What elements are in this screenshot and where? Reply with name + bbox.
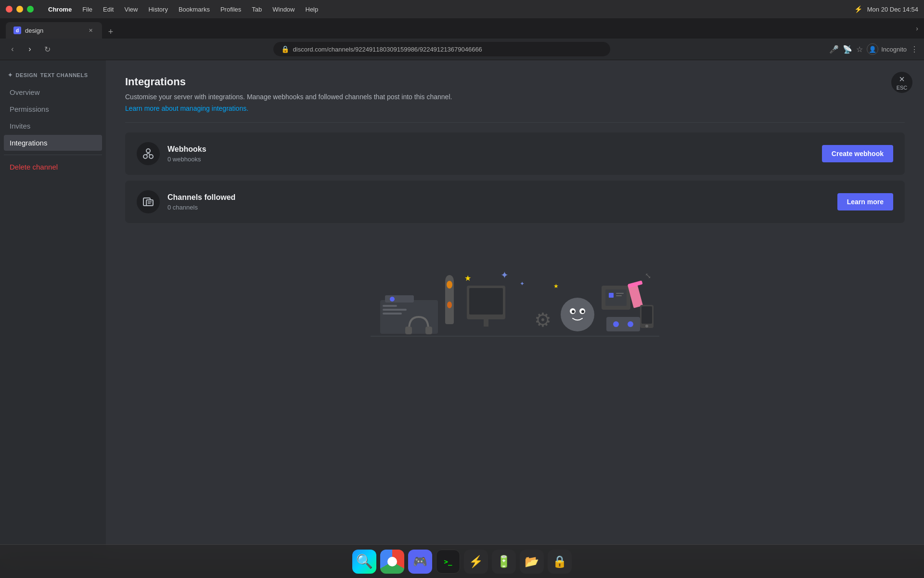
tab-close-button[interactable]: ✕ (87, 26, 94, 34)
incognito-icon: 👤 (867, 43, 878, 55)
address-bar: ‹ › ↻ 🔒 discord.com/channels/92249118030… (0, 39, 924, 60)
tab-favicon: d (13, 26, 21, 34)
svg-rect-10 (385, 295, 414, 302)
dock-item-chrome[interactable] (380, 550, 404, 574)
svg-point-41 (628, 321, 633, 327)
create-webhook-button[interactable]: Create webhook (822, 145, 893, 162)
url-bar[interactable]: 🔒 discord.com/channels/92249118030915998… (273, 42, 610, 56)
dock-item-app4[interactable]: 🔒 (548, 550, 572, 574)
dock-item-app1[interactable]: ⚡ (464, 550, 488, 574)
cast-icon[interactable]: 📡 (843, 45, 852, 54)
learn-more-link[interactable]: Learn more about managing integrations. (125, 105, 248, 112)
svg-rect-14 (383, 313, 402, 315)
main-content: ✦ DESIGN TEXT CHANNELS Overview Permissi… (0, 60, 924, 559)
svg-rect-35 (605, 289, 627, 306)
menu-bookmarks[interactable]: Bookmarks (174, 4, 215, 15)
sidebar-label-delete: Delete channel (10, 163, 58, 171)
sidebar-item-delete-channel[interactable]: Delete channel (4, 159, 102, 175)
webhook-icon (137, 142, 160, 165)
sidebar-channel-type: TEXT CHANNELS (40, 72, 88, 78)
mic-icon[interactable]: 🎤 (829, 45, 839, 54)
menu-tab[interactable]: Tab (247, 4, 267, 15)
svg-text:✦: ✦ (500, 270, 509, 280)
svg-text:★: ★ (553, 283, 559, 289)
menu-help[interactable]: Help (301, 4, 323, 15)
svg-rect-39 (606, 317, 640, 331)
close-icon: × (899, 74, 905, 84)
menu-view[interactable]: View (119, 4, 142, 15)
menu-profiles[interactable]: Profiles (216, 4, 246, 15)
svg-text:⚙: ⚙ (534, 309, 552, 330)
svg-point-32 (572, 310, 575, 313)
channels-followed-count: 0 channels (167, 204, 830, 211)
back-button[interactable]: ‹ (6, 42, 19, 56)
sidebar-header: ✦ DESIGN TEXT CHANNELS (4, 68, 102, 84)
sidebar-item-permissions[interactable]: Permissions (4, 101, 102, 117)
svg-text:⤡: ⤡ (645, 272, 651, 280)
page-description: Customise your server with integrations.… (125, 92, 905, 102)
lock-icon: 🔒 (281, 45, 289, 53)
forward-button[interactable]: › (23, 42, 37, 56)
menu-window[interactable]: Window (268, 4, 299, 15)
menu-chrome[interactable]: Chrome (43, 4, 77, 15)
menu-icon[interactable]: ⋮ (911, 45, 918, 54)
dock-item-discord[interactable]: 🎮 (408, 550, 432, 574)
section-divider (125, 122, 905, 123)
svg-point-2 (146, 149, 150, 153)
webhook-count: 0 webhooks (167, 156, 814, 163)
svg-point-11 (390, 297, 395, 302)
illustration-area: ★ ★ ✦ ✦ ⚙ (125, 242, 905, 339)
svg-text:★: ★ (464, 274, 471, 282)
new-tab-button[interactable]: + (104, 25, 117, 39)
dock-item-app3[interactable]: 📂 (520, 550, 544, 574)
svg-rect-27 (484, 319, 488, 327)
incognito-badge: 👤 Incognito (867, 43, 907, 55)
svg-point-17 (447, 281, 452, 289)
channels-followed-card: Channels followed 0 channels Learn more (125, 181, 905, 223)
svg-line-4 (148, 153, 150, 155)
svg-rect-19 (405, 327, 412, 334)
svg-rect-12 (383, 305, 397, 307)
sidebar-label-overview: Overview (10, 88, 40, 96)
channels-followed-info: Channels followed 0 channels (167, 193, 830, 211)
svg-rect-36 (609, 293, 614, 298)
sidebar-item-overview[interactable]: Overview (4, 84, 102, 100)
sidebar: ✦ DESIGN TEXT CHANNELS Overview Permissi… (0, 60, 106, 559)
tab-bar: d design ✕ + › (0, 18, 924, 39)
sidebar-label-permissions: Permissions (10, 105, 49, 113)
dock-item-app2[interactable]: 🔋 (492, 550, 516, 574)
mac-titlebar: Chrome File Edit View History Bookmarks … (0, 0, 924, 18)
channels-followed-icon (137, 190, 160, 213)
learn-more-button[interactable]: Learn more (837, 193, 893, 210)
svg-point-29 (561, 298, 594, 331)
page-title: Integrations (125, 76, 905, 88)
webhook-info: Webhooks 0 webhooks (167, 145, 814, 163)
svg-rect-37 (616, 293, 624, 294)
dock-item-terminal[interactable]: >_ (436, 550, 460, 574)
webhooks-card: Webhooks 0 webhooks Create webhook (125, 132, 905, 175)
dock-item-finder[interactable]: 🔍 (352, 550, 376, 574)
active-tab[interactable]: d design ✕ (6, 22, 102, 39)
webhook-name: Webhooks (167, 145, 814, 154)
mac-menu: Chrome File Edit View History Bookmarks … (43, 4, 323, 15)
menu-file[interactable]: File (77, 4, 97, 15)
close-button[interactable]: × ESC (891, 72, 912, 93)
sidebar-label-integrations: Integrations (10, 139, 47, 147)
tab-title: design (25, 27, 83, 34)
close-traffic-light[interactable] (6, 6, 13, 13)
svg-rect-26 (469, 288, 503, 315)
menu-history[interactable]: History (143, 4, 172, 15)
svg-rect-13 (383, 309, 407, 311)
svg-point-46 (645, 325, 648, 328)
sidebar-item-integrations[interactable]: Integrations (4, 135, 102, 151)
sidebar-item-invites[interactable]: Invites (4, 118, 102, 134)
menu-edit[interactable]: Edit (98, 4, 118, 15)
sidebar-divider (4, 155, 102, 155)
svg-rect-20 (425, 327, 432, 334)
maximize-traffic-light[interactable] (27, 6, 34, 13)
minimize-traffic-light[interactable] (16, 6, 23, 13)
reload-button[interactable]: ↻ (40, 42, 54, 56)
illustration-svg: ★ ★ ✦ ✦ ⚙ (371, 242, 659, 339)
bookmark-icon[interactable]: ☆ (856, 45, 863, 54)
mac-title-right: ⚡ Mon 20 Dec 14:54 (855, 5, 918, 13)
